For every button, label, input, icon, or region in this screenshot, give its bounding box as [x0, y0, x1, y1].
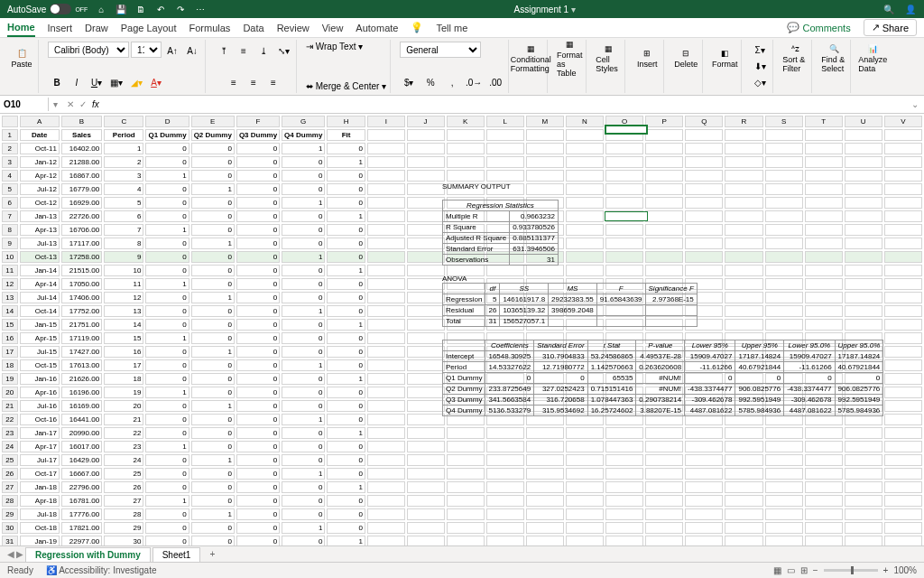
clear-icon[interactable]: ◇▾ — [751, 75, 769, 91]
align-bottom-icon[interactable]: ⤓ — [254, 42, 273, 60]
merge-center-button[interactable]: ⬌ Merge & Center ▾ — [306, 81, 386, 91]
sheet-tab-bar: ◀ ▶ Regression with Dummy Sheet1 + — [0, 545, 924, 562]
format-as-table-button[interactable]: ▦Format as Table — [557, 42, 582, 76]
formula-input[interactable] — [105, 98, 901, 111]
redo-icon[interactable]: ↷ — [174, 3, 187, 15]
tab-page-layout[interactable]: Page Layout — [121, 20, 177, 36]
autosave-toggle[interactable]: AutoSaveOFF — [7, 4, 88, 14]
collapse-ribbon-icon[interactable]: ⌄ — [906, 99, 924, 109]
zoom-level[interactable]: 100% — [893, 565, 917, 575]
prev-sheet-icon[interactable]: ◀ — [7, 549, 14, 559]
sort-filter-button[interactable]: ᴬᴢSort & Filter — [782, 42, 808, 76]
percent-icon[interactable]: % — [421, 73, 439, 91]
fx-icon[interactable]: fx — [92, 99, 99, 109]
font-select[interactable]: Calibri (Body) — [48, 42, 129, 58]
increase-font-icon[interactable]: A↑ — [163, 42, 181, 60]
number-format-select[interactable]: General — [400, 42, 481, 58]
name-box[interactable]: O10 — [0, 98, 49, 111]
doc-title: Assignment 1 — [514, 5, 569, 14]
wrap-text-button[interactable]: ⇥ Wrap Text ▾ — [306, 42, 363, 51]
tab-review[interactable]: Review — [277, 20, 310, 36]
delete-cells-button[interactable]: ⊟Delete — [673, 42, 698, 76]
align-left-icon[interactable]: ≡ — [225, 73, 243, 91]
insert-cells-button[interactable]: ⊞Insert — [634, 42, 660, 76]
next-sheet-icon[interactable]: ▶ — [16, 549, 23, 559]
title-bar: AutoSaveOFF ⌂ 💾 🗎 ↶ ↷ ⋯ Assignment 1 ▾ 🔍… — [0, 0, 924, 18]
tellme-icon: 💡 — [411, 22, 423, 33]
search-icon[interactable]: 🔍 — [882, 3, 895, 15]
align-middle-icon[interactable]: ≡ — [235, 42, 253, 60]
worksheet[interactable]: ABCDEFGHIJKLMNOPQRSTUV1DateSalesPeriodQ1… — [0, 114, 924, 545]
comments-button[interactable]: 💬 Comments — [787, 22, 850, 33]
align-top-icon[interactable]: ⤒ — [215, 42, 233, 60]
find-select-button[interactable]: 🔍Find & Select — [821, 42, 846, 76]
save-icon[interactable]: 💾 — [115, 3, 127, 15]
tab-home[interactable]: Home — [7, 19, 35, 37]
font-size-select[interactable]: 11 — [131, 42, 162, 58]
view-normal-icon[interactable]: ▦ — [773, 565, 781, 575]
paste-button[interactable]: 📋Paste — [9, 42, 34, 76]
tab-view[interactable]: View — [322, 20, 344, 36]
align-right-icon[interactable]: ≡ — [264, 73, 282, 91]
sheet-tab-regression[interactable]: Regression with Dummy — [25, 547, 151, 562]
decrease-font-icon[interactable]: A↓ — [183, 42, 201, 60]
undo-icon[interactable]: ↶ — [154, 3, 167, 15]
border-button[interactable]: ▦▾ — [107, 73, 125, 91]
formula-bar-row: O10 ▾ ✕ ✓ fx ⌄ — [0, 96, 924, 114]
format-cells-button[interactable]: ◧Format — [712, 42, 737, 76]
more-icon[interactable]: ⋯ — [194, 3, 207, 15]
namebox-dropdown-icon[interactable]: ▾ — [49, 99, 61, 109]
fill-color-button[interactable]: ◢▾ — [127, 73, 145, 91]
zoom-in-button[interactable]: + — [883, 565, 889, 575]
autosum-icon[interactable]: Σ▾ — [751, 42, 769, 58]
tab-data[interactable]: Data — [243, 20, 263, 36]
tab-tellme[interactable]: Tell me — [436, 20, 467, 36]
underline-button[interactable]: U▾ — [88, 73, 106, 91]
align-center-icon[interactable]: ≡ — [245, 73, 263, 91]
status-ready: Ready — [7, 565, 33, 575]
accessibility-status[interactable]: ♿ Accessibility: Investigate — [46, 565, 157, 575]
zoom-slider[interactable] — [824, 569, 878, 572]
comma-icon[interactable]: , — [443, 73, 461, 91]
user-icon[interactable]: 👤 — [904, 3, 917, 15]
ribbon: 📋Paste Calibri (Body) 11 A↑ A↓ B I U▾ ▦▾… — [0, 38, 924, 96]
tab-formulas[interactable]: Formulas — [189, 20, 231, 36]
enter-formula-icon[interactable]: ✓ — [79, 99, 87, 109]
sheet-tab-sheet1[interactable]: Sheet1 — [152, 547, 201, 562]
view-page-icon[interactable]: ▭ — [787, 565, 795, 575]
increase-decimal-icon[interactable]: .0→ — [465, 73, 483, 91]
home-icon[interactable]: ⌂ — [95, 3, 107, 15]
bold-button[interactable]: B — [48, 73, 66, 91]
status-bar: Ready ♿ Accessibility: Investigate ▦ ▭ ⊞… — [0, 562, 924, 578]
fill-icon[interactable]: ⬇▾ — [751, 58, 769, 74]
tab-draw[interactable]: Draw — [85, 20, 108, 36]
view-break-icon[interactable]: ⊞ — [800, 565, 808, 575]
regression-output: SUMMARY OUTPUTRegression StatisticsMulti… — [442, 182, 883, 416]
cell-styles-button[interactable]: ▦Cell Styles — [596, 42, 621, 76]
analyze-data-button[interactable]: 📊Analyze Data — [860, 42, 885, 76]
share-button[interactable]: ↗ Share — [864, 19, 917, 36]
italic-button[interactable]: I — [68, 73, 86, 91]
add-sheet-button[interactable]: + — [202, 549, 222, 559]
decrease-decimal-icon[interactable]: .00 — [486, 73, 504, 91]
font-color-button[interactable]: A▾ — [147, 73, 165, 91]
cancel-formula-icon[interactable]: ✕ — [67, 99, 74, 109]
currency-icon[interactable]: $▾ — [400, 73, 418, 91]
conditional-formatting-button[interactable]: ▦Conditional Formatting — [518, 42, 543, 76]
zoom-out-button[interactable]: − — [813, 565, 818, 575]
tab-automate[interactable]: Automate — [356, 20, 398, 36]
save2-icon[interactable]: 🗎 — [134, 3, 147, 15]
orientation-icon[interactable]: ⤡▾ — [274, 42, 292, 60]
ribbon-tabs: Home Insert Draw Page Layout Formulas Da… — [0, 18, 924, 38]
tab-insert[interactable]: Insert — [48, 20, 73, 36]
